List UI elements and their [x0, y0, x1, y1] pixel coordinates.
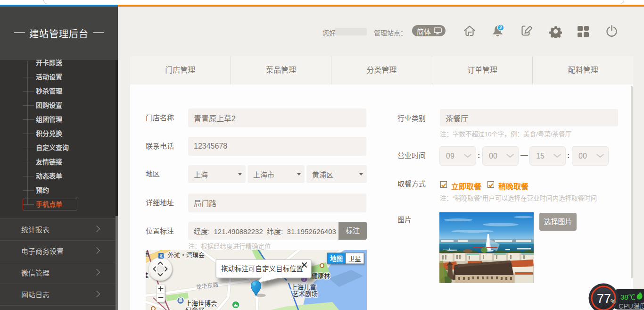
svg-text:上海世博会: 上海世博会	[185, 300, 217, 307]
svg-text:地图: 地图	[330, 255, 343, 262]
svg-text:艺术剧场: 艺术剧场	[292, 291, 318, 298]
svg-text:上海儿童: 上海儿童	[291, 284, 316, 291]
svg-text:拖动标注可自定义目标位置: 拖动标注可自定义目标位置	[221, 265, 303, 273]
svg-text:卫星: 卫星	[348, 255, 361, 262]
svg-text:场: 场	[146, 251, 149, 258]
svg-text:健康林: 健康林	[312, 272, 330, 279]
svg-text:77: 77	[597, 292, 611, 306]
svg-text:外滩・湾璞会: 外滩・湾璞会	[168, 251, 205, 259]
svg-text:挂: 挂	[146, 272, 149, 279]
svg-text:2: 2	[499, 25, 502, 30]
svg-text:北: 北	[159, 253, 163, 258]
svg-text:%: %	[611, 298, 616, 305]
svg-text:纪念展: 纪念展	[185, 307, 205, 310]
